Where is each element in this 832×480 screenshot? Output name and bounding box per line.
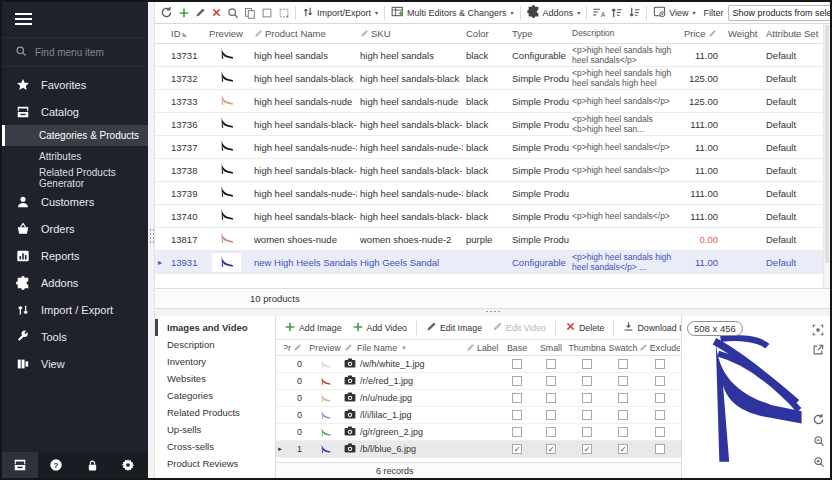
product-row[interactable]: 13732high heel sandals-blackhigh heel sa… [155, 67, 823, 90]
edit-image-button[interactable]: Edit Image [423, 319, 485, 336]
addons-menu[interactable]: Addons▾ [524, 3, 584, 22]
move-down-button[interactable] [626, 4, 643, 21]
thumbnail-checkbox[interactable] [582, 359, 592, 369]
swatch-checkbox[interactable] [618, 393, 628, 403]
thumbnail-checkbox[interactable]: ✓ [582, 444, 592, 454]
product-row[interactable]: 13739high heel sandals-nude-37high heel … [155, 182, 823, 205]
sidebar-item-customers[interactable]: Customers [2, 188, 148, 215]
product-row[interactable]: 13738high heel sandals-black-37high heel… [155, 159, 823, 182]
image-row[interactable]: 0/g/r/green_2.jpg [276, 424, 681, 441]
product-row[interactable]: 13731high heel sandalshigh heel sandalsb… [155, 44, 823, 67]
tab-images-and-video[interactable]: Images and Video [155, 319, 275, 336]
image-row[interactable]: 0/r/e/red_1.jpg [276, 373, 681, 390]
column-header-base[interactable]: Base [500, 343, 534, 353]
column-header-label[interactable]: Label [464, 343, 500, 353]
multi-editors-menu[interactable]: Multi Editors & Changers▾ [388, 3, 517, 22]
help-icon[interactable]: ? [38, 452, 74, 478]
base-checkbox[interactable] [512, 393, 522, 403]
edit-button[interactable] [193, 5, 208, 20]
product-row[interactable]: 13736high heel sandals-black-36high heel… [155, 113, 823, 136]
sidebar-item-view[interactable]: View [2, 350, 148, 377]
base-checkbox[interactable] [512, 427, 522, 437]
tab-cross-sells[interactable]: Cross-sells [155, 438, 275, 455]
base-checkbox[interactable]: ✓ [512, 444, 522, 454]
column-header-price[interactable]: Price [681, 28, 725, 39]
vertical-scrollbar[interactable] [823, 24, 830, 288]
column-header-color[interactable]: Color [463, 28, 509, 39]
swatch-checkbox[interactable]: ✓ [618, 444, 628, 454]
zoom-in-icon[interactable] [813, 454, 825, 472]
tab-related-products[interactable]: Related Products [155, 404, 275, 421]
select-button[interactable] [259, 5, 275, 21]
column-header-file-name[interactable]: File Name▼ [342, 343, 464, 353]
edit-video-button[interactable]: Edit Video [489, 319, 549, 336]
exclude-checkbox[interactable] [655, 410, 665, 420]
paste-button[interactable] [276, 5, 292, 21]
menu-icon[interactable] [2, 2, 148, 37]
horizontal-splitter[interactable] [155, 309, 830, 316]
delete-image-button[interactable]: Delete [562, 319, 607, 336]
base-checkbox[interactable] [512, 410, 522, 420]
small-checkbox[interactable] [546, 359, 556, 369]
base-checkbox[interactable] [512, 359, 522, 369]
column-header-sku[interactable]: SKU [357, 28, 463, 39]
thumbnail-checkbox[interactable] [582, 376, 592, 386]
column-header-small[interactable]: Small [534, 343, 568, 353]
exclude-checkbox[interactable] [655, 444, 665, 454]
download-image-button[interactable]: Download Image [620, 319, 681, 336]
column-header-swatch[interactable]: Swatch [606, 343, 640, 353]
settings-gear-icon[interactable] [110, 452, 146, 478]
tab-websites[interactable]: Websites [155, 370, 275, 387]
product-row[interactable]: 13817women shoes-nudewomen shoes-nude-2p… [155, 228, 823, 251]
tab-inventory[interactable]: Inventory [155, 353, 275, 370]
refresh-image-icon[interactable] [812, 412, 825, 430]
sidebar-item-reports[interactable]: Reports [2, 242, 148, 269]
column-header-id[interactable]: ID◣ [165, 28, 201, 39]
exclude-checkbox[interactable] [655, 376, 665, 386]
column-header-description[interactable]: Description [569, 28, 681, 39]
import-export-menu[interactable]: Import/Export▾ [299, 4, 381, 22]
open-external-icon[interactable] [812, 342, 824, 360]
add-product-button[interactable] [176, 5, 192, 21]
image-row[interactable]: 0/n/u/nude.jpg [276, 390, 681, 407]
add-video-button[interactable]: Add Video [349, 319, 410, 337]
small-checkbox[interactable] [546, 376, 556, 386]
swatch-checkbox[interactable] [618, 376, 628, 386]
base-checkbox[interactable] [512, 376, 522, 386]
sidebar-item-addons[interactable]: Addons [2, 269, 148, 296]
view-menu[interactable]: View▾ [650, 3, 698, 22]
column-header-weight[interactable]: Weight [725, 28, 759, 39]
image-row[interactable]: ▸1/b/l/blue_6.jpg✓✓✓✓ [276, 441, 681, 458]
thumbnail-checkbox[interactable] [582, 393, 592, 403]
product-row[interactable]: 13733high heel sandals-nudehigh heel san… [155, 90, 823, 113]
small-checkbox[interactable] [546, 410, 556, 420]
delete-button[interactable] [209, 5, 224, 20]
filter-select[interactable]: Show products from selected categories▾ [728, 5, 830, 21]
store-manager-icon[interactable] [2, 452, 38, 478]
image-row[interactable]: 0/l/i/lilac_1.jpg [276, 407, 681, 424]
column-header-exclude[interactable]: Exclude [640, 343, 680, 353]
vertical-splitter[interactable] [148, 2, 155, 478]
add-image-button[interactable]: Add Image [281, 319, 345, 337]
column-header-attribute-set[interactable]: Attribute Set Name [759, 28, 821, 39]
sidebar-item-categories-products[interactable]: Categories & Products [2, 125, 148, 146]
copy-button[interactable] [242, 5, 258, 21]
thumbnail-checkbox[interactable] [582, 427, 592, 437]
sidebar-search-input[interactable]: Find menu item [2, 37, 148, 67]
fit-screen-icon[interactable] [812, 322, 824, 340]
swatch-checkbox[interactable] [618, 410, 628, 420]
small-checkbox[interactable] [546, 393, 556, 403]
move-up-button[interactable] [608, 4, 625, 21]
swatch-checkbox[interactable] [618, 359, 628, 369]
sort-columns-button[interactable]: A [590, 4, 607, 21]
product-row[interactable]: 13740high heel sandals-black-38high heel… [155, 205, 823, 228]
search-button[interactable] [225, 5, 241, 21]
tab-up-sells[interactable]: Up-sells [155, 421, 275, 438]
tab-description[interactable]: Description [155, 336, 275, 353]
tab-categories[interactable]: Categories [155, 387, 275, 404]
column-header-img-preview[interactable]: Preview [308, 343, 342, 353]
zoom-out-icon[interactable] [813, 433, 825, 451]
sidebar-item-import-export[interactable]: Import / Export [2, 296, 148, 323]
product-row[interactable]: 13737high heel sandals-nude-36high heel … [155, 136, 823, 159]
sidebar-item-attributes[interactable]: Attributes [2, 146, 148, 167]
